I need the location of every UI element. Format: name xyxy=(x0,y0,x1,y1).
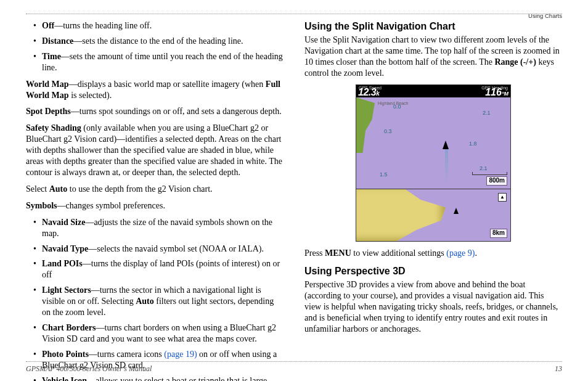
header-rule xyxy=(26,14,562,14)
range-label: 800m xyxy=(486,176,507,186)
list-item: Time—sets the amount of time until you r… xyxy=(42,51,284,73)
page-number: 13 xyxy=(555,364,562,374)
figure-status-bar: GPS Speed 12.3k GPS Heading 116°M xyxy=(356,85,510,97)
depth-value: 0.3 xyxy=(384,128,392,136)
page-link[interactable]: (page 9) xyxy=(446,248,475,258)
land-shape xyxy=(356,189,446,241)
split-nav-figure: GPS Speed 12.3k GPS Heading 116°M Highla… xyxy=(356,84,511,242)
paragraph: Use the Split Navigation chart to view t… xyxy=(304,35,562,79)
left-column: Off—turns the heading line off. Distance… xyxy=(26,20,284,381)
depth-value: 1.5 xyxy=(380,171,388,179)
footer-title: GPSMAP 400/500 Series Owner's Manual xyxy=(26,364,152,374)
depth-value: 2.1 xyxy=(483,110,491,117)
list-item: Light Sectors—turns the sector in which … xyxy=(42,285,284,318)
list-item: Land POIs—turns the display of land POIs… xyxy=(42,258,284,281)
depth-value: 2.1 xyxy=(480,165,488,173)
list-item: Navaid Size—adjusts the size of the nava… xyxy=(42,217,284,239)
north-arrow-icon: ▲ xyxy=(498,193,507,202)
paragraph: Press MENU to view additional settings (… xyxy=(304,248,562,259)
paragraph: World Map—displays a basic world map or … xyxy=(26,79,284,101)
paragraph: Symbols—changes symbol preferences. xyxy=(26,200,284,211)
scale-bar xyxy=(472,172,507,175)
range-label: 8km xyxy=(490,229,507,238)
page: Using Charts Off—turns the heading line … xyxy=(0,0,588,381)
list-item: Distance—sets the distance to the end of… xyxy=(42,36,284,47)
land-shape xyxy=(356,97,375,153)
depth-value: 0.0 xyxy=(393,104,401,111)
heading-split-nav: Using the Split Navigation Chart xyxy=(304,20,562,33)
figure-top-chart: GPS Speed 12.3k GPS Heading 116°M Highla… xyxy=(356,85,510,189)
boat-icon xyxy=(443,141,449,149)
right-column: Using the Split Navigation Chart Use the… xyxy=(304,20,562,381)
boat-icon xyxy=(454,208,459,214)
page-link[interactable]: (page 19) xyxy=(164,350,197,359)
paragraph: Spot Depths—turns spot soundings on or o… xyxy=(26,106,284,117)
list-item: Vehicle Icon—allows you to select a boat… xyxy=(42,375,284,381)
paragraph: Safety Shading (only available when you … xyxy=(26,123,284,178)
paragraph: Perspective 3D provides a view from abov… xyxy=(304,279,562,335)
paragraph: Select Auto to use the depth from the g2… xyxy=(26,184,284,195)
footer: GPSMAP 400/500 Series Owner's Manual 13 xyxy=(26,361,562,374)
heading-perspective-3d: Using Perspective 3D xyxy=(304,265,562,277)
list-item: Off—turns the heading line off. xyxy=(42,20,284,31)
depth-value: 1.8 xyxy=(469,141,477,148)
gps-speed-value: 12.3k xyxy=(358,86,379,99)
boat-wake xyxy=(445,149,448,185)
list-item: Chart Borders—turns chart borders on whe… xyxy=(42,322,284,345)
list-item: Navaid Type—selects the navaid symbol se… xyxy=(42,244,284,255)
header-section: Using Charts xyxy=(528,12,562,19)
figure-bottom-chart: ▲ 8km xyxy=(356,189,510,241)
gps-heading-value: 116°M xyxy=(485,86,508,99)
